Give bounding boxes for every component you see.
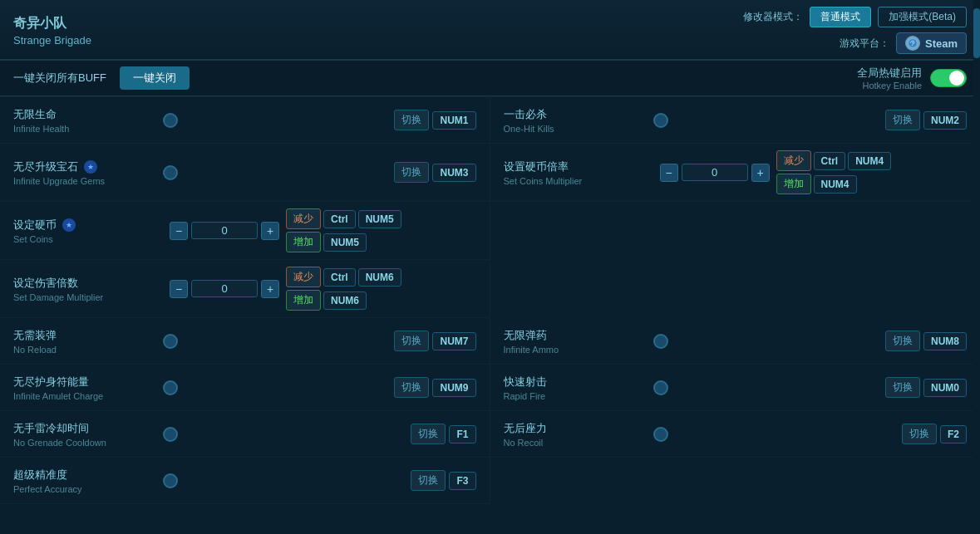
cheat-en-label: No Reload [13,345,163,355]
switch-label-btn[interactable]: 切换 [394,331,429,351]
decrease-btn[interactable]: − [170,222,188,240]
increase-label-btn[interactable]: 增加 [286,290,321,311]
cheat-one-hit-kills: 一击必杀 One-Hit Kills 切换 NUM2 [490,97,981,144]
increase-btn[interactable]: + [751,164,770,182]
cheat-infinite-health: 无限生命 Infinite Health 切换 NUM1 [0,97,490,144]
cheat-toggle-amulet-charge[interactable] [163,380,178,395]
cheat-en-label: Set Damage Multiplier [13,292,163,302]
increase-btn[interactable]: + [261,280,279,298]
key-num5-inc[interactable]: NUM5 [323,233,367,252]
switch-label-btn[interactable]: 切换 [411,424,446,444]
cheat-cn-label: 设定伤害倍数 [13,276,163,291]
cheat-toggle-no-recoil[interactable] [653,427,668,442]
decrease-btn[interactable]: − [660,164,678,182]
hotkey-increase: 增加 NUM4 [776,174,892,194]
mode-normal-button[interactable]: 普通模式 [810,7,871,27]
cheats-grid: 无限生命 Infinite Health 切换 NUM1 一击必杀 One-Hi… [0,96,980,504]
cheat-toggle-infinite-health[interactable] [163,113,178,128]
cheat-cn-label: 无后座力 [504,421,653,436]
switch-label-btn[interactable]: 切换 [394,162,429,183]
set-coins-stepper: − + [170,222,279,240]
cheat-name-block: 设定伤害倍数 Set Damage Multiplier [13,276,163,302]
cheat-name-block: 设置硬币倍率 Set Coins Multiplier [504,159,653,186]
key-num9[interactable]: NUM9 [432,379,475,397]
damage-multiplier-input[interactable] [191,280,258,297]
cheat-toggle-rapid-fire[interactable] [653,380,668,395]
cheat-name-block: 无需装弹 No Reload [13,328,163,355]
switch-label-btn[interactable]: 切换 [411,470,446,491]
cheat-toggle-no-grenade-cd[interactable] [163,427,178,442]
hotkeys-col: 减少 Ctrl NUM6 增加 NUM6 [286,267,401,311]
key-ctrl[interactable]: Ctrl [323,268,356,287]
key-num1[interactable]: NUM1 [432,111,475,130]
scrollbar-thumb[interactable] [973,8,980,58]
cheat-perfect-accuracy: 超级精准度 Perfect Accuracy 切换 F3 [0,458,490,504]
cheat-controls: 切换 NUM0 [885,377,967,398]
decrease-btn[interactable]: − [170,280,188,298]
app-header: 奇异小队 Strange Brigade 修改器模式： 普通模式 加强模式(Be… [0,0,980,60]
cheat-toggle-perfect-accuracy[interactable] [163,473,178,488]
key-num0[interactable]: NUM0 [923,379,967,397]
cheat-en-label: Rapid Fire [504,391,653,401]
cheat-set-coins: 设定硬币 ★ Set Coins − + 减少 Ctrl NUM5 增加 NUM… [0,202,490,260]
key-ctrl[interactable]: Ctrl [814,152,846,170]
cheat-toggle-no-reload[interactable] [163,334,178,349]
hotkey-en-label: Hotkey Enable [862,81,922,91]
decrease-label-btn[interactable]: 减少 [286,267,321,287]
set-coins-input[interactable] [191,222,258,239]
cheat-en-label: Infinite Upgrade Gems [13,176,163,186]
cheat-controls: 切换 F2 [902,424,967,444]
switch-label-btn[interactable]: 切换 [885,331,920,351]
header-right: 修改器模式： 普通模式 加强模式(Beta) 游戏平台： Steam [743,7,967,54]
app-title-block: 奇异小队 Strange Brigade [13,15,91,47]
key-ctrl[interactable]: Ctrl [323,210,356,228]
key-f1[interactable]: F1 [449,425,475,443]
key-num4[interactable]: NUM4 [848,152,891,170]
key-num4-inc[interactable]: NUM4 [814,175,857,194]
switch-label-btn[interactable]: 切换 [885,377,920,398]
key-f2[interactable]: F2 [940,425,967,443]
key-f3[interactable]: F3 [449,472,475,490]
key-num2[interactable]: NUM2 [923,111,967,130]
hotkey-enable-section: 全局热键启用 Hotkey Enable [857,66,967,91]
cheat-cn-label: 无限生命 [13,107,163,122]
close-all-button[interactable]: 一键关闭 [120,66,190,90]
damage-multiplier-stepper: − + [170,280,279,298]
cheat-en-label: No Recoil [504,438,653,448]
increase-label-btn[interactable]: 增加 [286,232,321,252]
mode-beta-button[interactable]: 加强模式(Beta) [878,7,967,27]
hotkey-increase: 增加 NUM5 [286,232,401,252]
increase-label-btn[interactable]: 增加 [776,174,811,194]
cheat-no-reload: 无需装弹 No Reload 切换 NUM7 [0,318,490,365]
switch-label-btn[interactable]: 切换 [885,110,920,130]
increase-btn[interactable]: + [261,222,279,240]
switch-label-btn[interactable]: 切换 [394,110,429,130]
key-num6-inc[interactable]: NUM6 [323,291,367,310]
steam-icon [905,36,920,51]
cheat-toggle-infinite-ammo[interactable] [653,334,668,349]
switch-label-btn[interactable]: 切换 [394,377,429,398]
key-num7[interactable]: NUM7 [432,332,475,350]
switch-label-btn[interactable]: 切换 [902,424,937,444]
key-num5[interactable]: NUM5 [358,210,401,228]
cheat-en-label: Infinite Health [13,124,163,134]
cheat-infinite-amulet-charge: 无尽护身符能量 Infinite Amulet Charge 切换 NUM9 [0,365,490,411]
hotkeys-col: 减少 Ctrl NUM4 增加 NUM4 [776,150,892,194]
cheat-toggle-one-hit-kills[interactable] [653,113,668,128]
coins-multiplier-input[interactable] [682,164,748,181]
cheat-name-block: 一击必杀 One-Hit Kills [504,107,653,134]
steam-platform-button[interactable]: Steam [896,32,967,54]
scrollbar-track[interactable] [973,0,980,534]
platform-label: 游戏平台： [840,37,889,51]
hotkey-decrease: 减少 Ctrl NUM4 [776,150,892,171]
cheat-name-block: 超级精准度 Perfect Accuracy [13,468,163,494]
key-num8[interactable]: NUM8 [923,332,967,350]
key-num3[interactable]: NUM3 [432,164,475,182]
key-num6[interactable]: NUM6 [358,268,401,287]
cheat-toggle-upgrade-gems[interactable] [163,165,178,180]
hotkey-toggle[interactable] [930,69,967,87]
decrease-label-btn[interactable]: 减少 [776,150,811,171]
decrease-label-btn[interactable]: 减少 [286,208,321,229]
hotkey-increase: 增加 NUM6 [286,290,401,311]
cheat-cn-label: 超级精准度 [13,468,163,483]
